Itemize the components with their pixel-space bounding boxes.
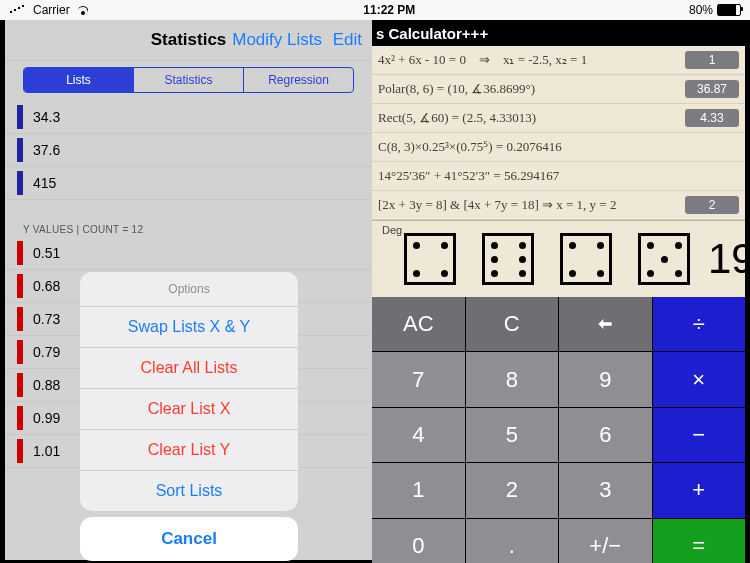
keypad: AC C ÷ 7 8 9 × 4 5 6 − 1 2 3 + 0 . +/− = xyxy=(372,297,745,563)
y-section-label: Y VALUES | COUNT = 12 xyxy=(5,218,372,237)
history-value-button[interactable]: 36.87 xyxy=(685,80,739,98)
status-bar: Carrier 11:22 PM 80% xyxy=(0,0,750,20)
sort-lists-option[interactable]: Sort Lists xyxy=(80,471,298,511)
display-value: 19 xyxy=(708,235,750,283)
app-title: s Calculator+++ xyxy=(372,20,745,46)
modify-lists-button[interactable]: Modify Lists xyxy=(232,30,322,50)
key-backspace[interactable] xyxy=(559,297,652,351)
key-1[interactable]: 1 xyxy=(372,463,465,517)
die-icon xyxy=(560,233,612,285)
die-icon xyxy=(638,233,690,285)
mode-label: Deg xyxy=(382,224,402,236)
segment-statistics[interactable]: Statistics xyxy=(133,68,243,92)
clear-list-y-option[interactable]: Clear List Y xyxy=(80,430,298,471)
key-decimal[interactable]: . xyxy=(466,519,559,563)
action-sheet-header: Options xyxy=(80,272,298,307)
panel-title: Statistics xyxy=(151,30,227,50)
display: Deg xyxy=(372,221,745,297)
segment-lists[interactable]: Lists xyxy=(24,68,133,92)
signal-icon xyxy=(9,4,27,16)
swap-lists-option[interactable]: Swap Lists X & Y xyxy=(80,307,298,348)
die-icon xyxy=(482,233,534,285)
key-multiply[interactable]: × xyxy=(653,352,746,406)
list-row[interactable]: 37.6 xyxy=(5,134,372,167)
carrier-label: Carrier xyxy=(33,3,70,17)
key-8[interactable]: 8 xyxy=(466,352,559,406)
history-row[interactable]: 14°25′36″ + 41°52′3″ = 56.294167 xyxy=(372,162,745,191)
backspace-icon xyxy=(595,314,615,334)
clock: 11:22 PM xyxy=(90,3,689,17)
wifi-icon xyxy=(76,5,90,15)
key-c[interactable]: C xyxy=(466,297,559,351)
key-ac[interactable]: AC xyxy=(372,297,465,351)
history-row[interactable]: [2x + 3y = 8] & [4x + 7y = 18] ⇒ x = 1, … xyxy=(372,191,745,220)
edit-button[interactable]: Edit xyxy=(333,30,362,50)
history-row[interactable]: 4x² + 6x - 10 = 0 ⇒ x₁ = -2.5, x₂ = 11 xyxy=(372,46,745,75)
key-4[interactable]: 4 xyxy=(372,408,465,462)
battery-icon xyxy=(717,4,741,16)
key-divide[interactable]: ÷ xyxy=(653,297,746,351)
segment-control[interactable]: Lists Statistics Regression xyxy=(23,67,354,93)
history-row[interactable]: C(8, 3)×0.25³×(0.75⁵) = 0.2076416 xyxy=(372,133,745,162)
clear-list-x-option[interactable]: Clear List X xyxy=(80,389,298,430)
history-value-button[interactable]: 2 xyxy=(685,196,739,214)
key-3[interactable]: 3 xyxy=(559,463,652,517)
battery-percent: 80% xyxy=(689,3,713,17)
history-row[interactable]: Rect(5, ∡60) = (2.5, 4.33013)4.33 xyxy=(372,104,745,133)
action-sheet: Options Swap Lists X & Y Clear All Lists… xyxy=(80,272,298,561)
key-equals[interactable]: = xyxy=(653,519,746,563)
key-5[interactable]: 5 xyxy=(466,408,559,462)
segment-regression[interactable]: Regression xyxy=(243,68,353,92)
history-value-button[interactable]: 4.33 xyxy=(685,109,739,127)
list-row[interactable]: 0.51 xyxy=(5,237,372,270)
history-value-button[interactable]: 1 xyxy=(685,51,739,69)
key-minus[interactable]: − xyxy=(653,408,746,462)
key-plus[interactable]: + xyxy=(653,463,746,517)
key-9[interactable]: 9 xyxy=(559,352,652,406)
die-icon xyxy=(404,233,456,285)
list-row[interactable]: 34.3 xyxy=(5,101,372,134)
list-row[interactable]: 415 xyxy=(5,167,372,200)
key-7[interactable]: 7 xyxy=(372,352,465,406)
dice-group xyxy=(404,233,690,285)
key-sign[interactable]: +/− xyxy=(559,519,652,563)
history-row[interactable]: Polar(8, 6) = (10, ∡36.8699°)36.87 xyxy=(372,75,745,104)
key-6[interactable]: 6 xyxy=(559,408,652,462)
key-0[interactable]: 0 xyxy=(372,519,465,563)
history: 4x² + 6x - 10 = 0 ⇒ x₁ = -2.5, x₂ = 11 P… xyxy=(372,46,745,221)
calculator-panel: s Calculator+++ 4x² + 6x - 10 = 0 ⇒ x₁ =… xyxy=(372,20,745,560)
cancel-button[interactable]: Cancel xyxy=(80,517,298,561)
key-2[interactable]: 2 xyxy=(466,463,559,517)
clear-all-lists-option[interactable]: Clear All Lists xyxy=(80,348,298,389)
